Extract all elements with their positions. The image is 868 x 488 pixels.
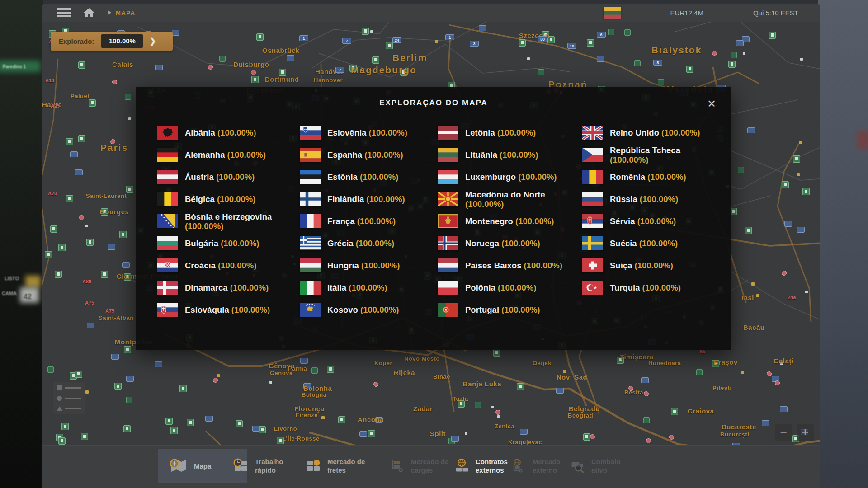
country-name: Áustria [185,172,214,182]
gr-flag-icon [300,236,321,250]
nav-item-external-contracts[interactable]: Contratos externos [454,449,519,483]
dialog-title: EXPLORAÇÃO DO MAPA [136,99,731,108]
country-name: Montenegro [465,216,513,226]
ro-flag-icon [582,170,603,184]
road-name-label: A75 [105,308,114,314]
rs-flag-icon [582,214,603,228]
background-taillight [857,131,868,149]
city-label: Bologna [302,391,327,398]
freight-market-icon [305,458,321,474]
country-percent: (100.00%) [369,128,407,137]
country-name: Rússia [610,194,637,204]
nav-item-quick-job[interactable]: Trabalho rápido [233,449,298,483]
it-flag-icon [300,281,321,295]
external-contracts-icon [454,458,470,474]
city-label: București [720,431,749,438]
country-row: Noruega (100.00%) [438,232,573,254]
city-label: Ancona [358,416,384,423]
lv-flag-icon [438,126,458,140]
city-label: Hunedoara [648,360,681,366]
zoom-out-button[interactable]: − [775,424,792,441]
quick-job-icon [233,458,249,474]
country-percent: (100.00%) [465,199,504,209]
city-label: Bialystok [651,45,702,56]
country-row: Portugal (100.00%) [438,299,573,321]
route-shield: 1 [299,35,308,41]
background-label: CAMA [2,291,17,296]
city-label: Paluel [71,93,89,99]
country-name: França [327,216,355,226]
road-name-label: A29 [51,103,60,108]
country-percent: (100.00%) [349,283,387,292]
city-label: Dortmund [265,75,299,83]
country-row: Reino Unido (100.00%) [582,122,718,144]
city-label: Zenica [495,423,514,430]
country-row: Grécia (100.00%) [300,232,435,254]
country-percent: (100.00%) [647,172,686,182]
home-icon[interactable] [83,7,95,18]
cargo-market-icon [390,458,405,474]
nav-item-freight-market[interactable]: Mercado de fretes [305,449,371,483]
explored-label: Explorado: [59,38,94,45]
nav-item-label: Mercado externo [533,457,576,474]
city-label: Tuzla [453,395,468,402]
country-name: Eslováquia [185,305,229,314]
uk-flag-icon [582,126,603,140]
country-name: Alemanha [185,150,225,160]
country-row: Rússia (100.00%) [582,188,718,210]
route-shield: 7 [342,38,351,44]
breadcrumb-chevron-icon [108,10,111,15]
country-name: Croácia [185,261,216,270]
country-percent: (100.00%) [498,283,536,292]
tr-flag-icon [582,281,603,295]
country-row: Bulgária (100.00%) [157,232,293,254]
country-name: Reino Unido [610,128,659,137]
road-name-label: A20 [48,191,57,196]
explored-percent-value[interactable]: 100.00% [101,34,143,48]
country-row: Áustria (100.00%) [157,166,293,188]
menu-icon[interactable] [57,8,71,17]
city-label: Banja Luka [463,380,501,388]
city-label: Bucareste [722,423,756,431]
ee-flag-icon [300,170,321,184]
city-label: Iași [742,294,754,301]
country-percent: (100.00%) [216,172,255,182]
country-name: Suíça [610,261,632,270]
pl-flag-icon [438,281,458,295]
country-percent: (100.00%) [357,216,396,226]
city-label: Koper [374,360,392,366]
map-exploration-dialog: EXPLORAÇÃO DO MAPA ✕ Albânia (100.00%)Al… [136,87,731,350]
city-label: Saint-Alban [99,314,134,321]
explored-expand-button[interactable]: ❯ [149,36,156,46]
nav-item-label: Comboio ativo [591,457,635,474]
country-name: Sérvia [610,216,635,226]
city-label: Galați [774,357,794,365]
country-name: Suécia [610,239,637,248]
country-percent: (100.00%) [661,128,700,137]
country-percent: (100.00%) [501,305,540,314]
country-name: Portugal [465,305,499,314]
map-legend-panel[interactable] [53,382,85,414]
country-row: Kosovo (100.00%) [300,299,435,321]
hu-flag-icon [300,258,321,272]
legend-square-icon [57,385,62,390]
city-label: Osijek [533,360,552,366]
city-label: Craiova [688,407,714,415]
hr-flag-icon [157,258,178,272]
city-label: Bourges [100,208,129,216]
city-label: Kragujevac [508,439,542,446]
fr-flag-icon [300,214,321,228]
nav-item-cargo-market: Mercado de cargas [390,449,454,483]
country-percent: (100.00%) [524,261,562,270]
background-label: 42 [24,293,32,301]
screen: Paredino 1LISTOCAMA42 BerlimMagdeburgoPo… [0,0,868,488]
city-label: Pitești [712,385,732,391]
zoom-in-button[interactable]: + [797,424,814,441]
country-row: Albânia (100.00%) [157,122,293,144]
background-yellow-sign [25,276,41,287]
close-icon[interactable]: ✕ [703,96,720,112]
country-percent: (100.00%) [497,128,536,137]
bg-flag-icon [157,236,178,250]
top-bar: MAPA EUR12,4M Qui 5:10 EEST [42,4,820,22]
lt-flag-icon [438,148,458,162]
